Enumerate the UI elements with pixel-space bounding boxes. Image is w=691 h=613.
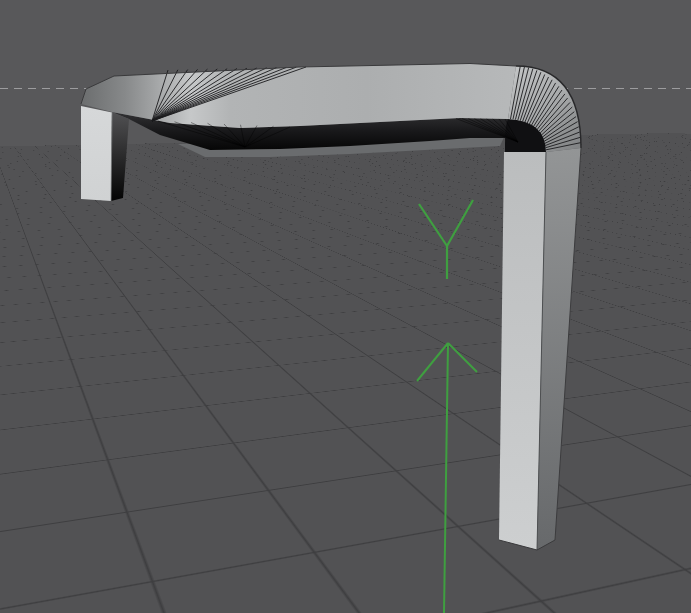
3d-viewport[interactable]: Y <box>0 0 691 613</box>
beam-top-face <box>81 64 516 129</box>
y-axis-gizmo[interactable]: Y <box>417 200 477 613</box>
y-axis-arrow[interactable] <box>417 343 477 613</box>
swept-tube-object[interactable] <box>81 64 581 551</box>
left-leg-side-face <box>111 113 129 202</box>
left-leg-front-face <box>81 106 112 201</box>
scene-overlay: Y <box>0 0 691 613</box>
y-axis-label-glyph <box>419 200 473 279</box>
